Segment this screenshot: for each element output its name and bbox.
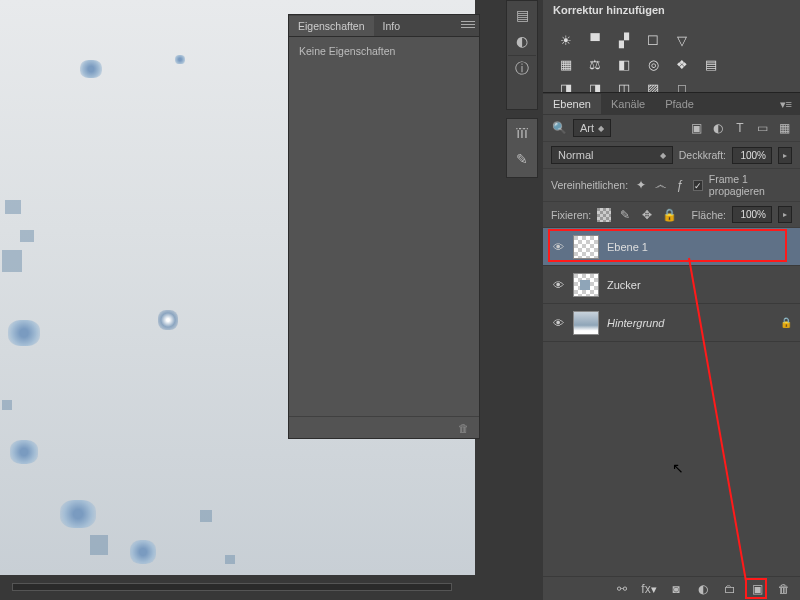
lock-move-icon[interactable]: ✥ — [639, 207, 655, 223]
info-icon[interactable]: ⓘ — [508, 55, 536, 79]
trash-icon[interactable]: 🗑 — [458, 422, 469, 434]
lock-indicator-icon: 🔒 — [780, 317, 792, 328]
dock-strip: ▤ ◐ ⓘ — [506, 0, 538, 110]
visibility-icon[interactable]: 👁 — [551, 279, 565, 291]
brush-preset-icon[interactable]: ✎ — [508, 147, 536, 171]
mixer-icon[interactable]: ❖ — [673, 56, 691, 72]
vibrance-icon[interactable]: ▽ — [673, 32, 691, 48]
curves-icon[interactable]: ▞ — [615, 32, 633, 48]
properties-empty-message: Keine Eigenschaften — [289, 37, 479, 65]
exposure-icon[interactable]: ☐ — [644, 32, 662, 48]
adjustments-title: Korrektur hinzufügen — [543, 0, 800, 20]
filter-type-icon[interactable]: T — [732, 120, 748, 136]
layer-thumbnail[interactable] — [573, 273, 599, 297]
visibility-icon[interactable]: 👁 — [551, 317, 565, 329]
balance-icon[interactable]: ⚖ — [586, 56, 604, 72]
hue-icon[interactable]: ▦ — [557, 56, 575, 72]
tab-channels[interactable]: Kanäle — [601, 94, 655, 114]
annotation-highlight — [745, 578, 767, 599]
unify-style-icon[interactable]: ƒ — [673, 177, 687, 193]
lock-all-icon[interactable]: 🔒 — [661, 207, 677, 223]
tab-info[interactable]: Info — [374, 16, 410, 36]
tab-paths[interactable]: Pfade — [655, 94, 704, 114]
layer-name[interactable]: Hintergrund — [607, 317, 664, 329]
layer-row-selected[interactable]: 👁 Ebene 1 — [543, 228, 800, 266]
filter-adjust-icon[interactable]: ◐ — [710, 120, 726, 136]
layer-row[interactable]: 👁 Zucker — [543, 266, 800, 304]
layers-list: 👁 Ebene 1 👁 Zucker 👁 Hintergrund 🔒 — [543, 228, 800, 342]
group-icon[interactable]: 🗀 — [722, 582, 738, 596]
levels-icon[interactable]: ▀ — [586, 32, 604, 48]
lock-label: Fixieren: — [551, 209, 591, 221]
fill-label: Fläche: — [692, 209, 726, 221]
layers-footer: ⚯ fx▾ ◙ ◐ 🗀 ▣ 🗑 — [543, 576, 800, 600]
properties-panel: Eigenschaften Info Keine Eigenschaften 🗑 — [288, 14, 480, 439]
unify-position-icon[interactable]: ✦ — [634, 177, 648, 193]
unify-label: Vereinheitlichen: — [551, 179, 628, 191]
blend-mode-dropdown[interactable]: Normal◆ — [551, 146, 673, 164]
tab-layers[interactable]: Ebenen — [543, 94, 601, 114]
lut-icon[interactable]: ▤ — [702, 56, 720, 72]
adjustments-dock-icon[interactable]: ◐ — [508, 29, 536, 53]
propagate-label: Frame 1 propagieren — [709, 173, 792, 197]
filter-pixel-icon[interactable]: ▣ — [688, 120, 704, 136]
histogram-icon[interactable]: ▤ — [508, 3, 536, 27]
canvas-statusbar — [0, 575, 475, 600]
layer-row[interactable]: 👁 Hintergrund 🔒 — [543, 304, 800, 342]
fill-slider-icon[interactable]: ▸ — [778, 206, 792, 223]
brushes-icon[interactable]: ïïï — [508, 121, 536, 145]
right-panel: Korrektur hinzufügen ☀ ▀ ▞ ☐ ▽ ▦ ⚖ ◧ ◎ ❖… — [543, 0, 800, 600]
bw-icon[interactable]: ◧ — [615, 56, 633, 72]
lock-transparency-icon[interactable] — [597, 208, 611, 222]
layers-panel: Ebenen Kanäle Pfade ▾≡ 🔍 Art◆ ▣ ◐ T ▭ ▦ … — [543, 92, 800, 600]
tool-dock: ïïï ✎ — [506, 118, 538, 178]
brightness-icon[interactable]: ☀ — [557, 32, 575, 48]
unify-visibility-icon[interactable]: ෴ — [654, 177, 668, 193]
filter-kind-dropdown[interactable]: Art◆ — [573, 119, 611, 137]
panel-menu-icon[interactable] — [461, 19, 475, 29]
opacity-label: Deckkraft: — [679, 149, 726, 161]
layer-name[interactable]: Ebene 1 — [607, 241, 648, 253]
layer-thumbnail[interactable] — [573, 235, 599, 259]
layer-name[interactable]: Zucker — [607, 279, 641, 291]
fx-icon[interactable]: fx▾ — [641, 582, 657, 596]
layers-panel-menu-icon[interactable]: ▾≡ — [772, 94, 800, 115]
propagate-checkbox[interactable] — [693, 180, 703, 191]
opacity-slider-icon[interactable]: ▸ — [778, 147, 792, 164]
fill-field[interactable]: 100% — [732, 206, 772, 223]
adjustment-layer-icon[interactable]: ◐ — [695, 582, 711, 596]
tab-properties[interactable]: Eigenschaften — [289, 16, 374, 36]
filter-kind-icon[interactable]: 🔍 — [551, 120, 567, 136]
filter-smart-icon[interactable]: ▦ — [776, 120, 792, 136]
opacity-field[interactable]: 100% — [732, 147, 772, 164]
new-layer-icon[interactable]: ▣ — [749, 582, 765, 596]
visibility-icon[interactable]: 👁 — [551, 241, 565, 253]
filter-shape-icon[interactable]: ▭ — [754, 120, 770, 136]
lock-paint-icon[interactable]: ✎ — [617, 207, 633, 223]
link-icon[interactable]: ⚯ — [614, 582, 630, 596]
mask-icon[interactable]: ◙ — [668, 582, 684, 596]
photo-filter-icon[interactable]: ◎ — [644, 56, 662, 72]
layer-thumbnail[interactable] — [573, 311, 599, 335]
delete-layer-icon[interactable]: 🗑 — [776, 582, 792, 596]
